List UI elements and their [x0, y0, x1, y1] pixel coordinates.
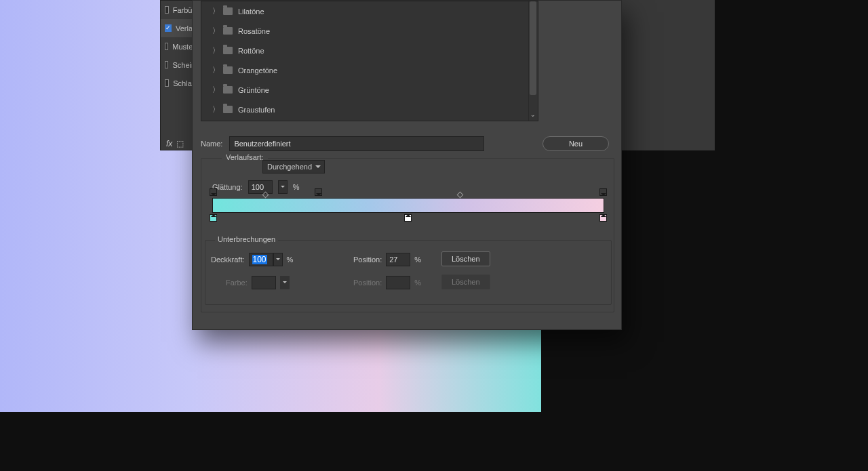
color-label: Farbe: [226, 279, 248, 287]
fx-icon[interactable]: fx⬚ [166, 139, 184, 148]
color-stop[interactable] [404, 214, 412, 222]
chevron-right-icon: 〉 [212, 65, 218, 75]
position-label: Position: [353, 279, 382, 287]
new-button[interactable]: Neu [542, 136, 609, 151]
preset-folder[interactable]: 〉Orangetöne [201, 60, 538, 80]
stops-legend: Unterbrechungen [215, 235, 278, 243]
folder-icon [223, 66, 233, 74]
percent-label: % [414, 255, 421, 264]
chevron-down-icon[interactable]: ⌄ [530, 111, 536, 118]
percent-label: % [414, 279, 421, 287]
color-stop[interactable] [599, 214, 607, 222]
color-swatch[interactable] [252, 276, 276, 289]
opacity-dropdown[interactable] [273, 253, 283, 266]
midpoint-handle[interactable] [457, 192, 464, 199]
gradient-name-input[interactable] [229, 136, 484, 151]
preset-folder[interactable]: 〉Graustufen [201, 100, 538, 119]
chevron-right-icon: 〉 [212, 6, 218, 16]
opacity-stop[interactable] [210, 188, 217, 196]
opacity-position-input[interactable] [386, 253, 410, 266]
smoothness-dropdown[interactable] [278, 180, 288, 194]
opacity-input[interactable]: 100 [249, 253, 273, 266]
preset-folder[interactable]: 〉Rosatöne [201, 21, 538, 41]
gradient-presets-list[interactable]: 〉Lilatöne 〉Rosatöne 〉Rottöne 〉Orangetöne… [201, 1, 538, 121]
delete-opacity-stop-button[interactable]: Löschen [441, 251, 490, 266]
percent-label: % [293, 183, 300, 191]
gradient-type-select[interactable]: Durchgehend [262, 160, 325, 173]
delete-color-stop-button[interactable]: Löschen [441, 274, 490, 289]
opacity-label: Deckkraft: [211, 255, 245, 264]
preset-folder[interactable]: 〉Lilatöne [201, 1, 538, 21]
gradient-bar[interactable] [212, 198, 604, 213]
folder-icon [223, 47, 233, 54]
color-stop[interactable] [210, 214, 217, 222]
folder-icon [223, 86, 233, 94]
opacity-stop[interactable] [315, 188, 322, 196]
folder-icon [223, 27, 233, 35]
folder-icon [223, 7, 233, 15]
name-label: Name: [201, 140, 222, 148]
folder-icon [223, 106, 233, 113]
checkbox[interactable] [165, 43, 168, 50]
gradient-editor-dialog: 〉Lilatöne 〉Rosatöne 〉Rottöne 〉Orangetöne… [192, 0, 622, 330]
checkbox[interactable] [165, 79, 169, 87]
gradient-bar-area [203, 198, 613, 213]
preset-folder[interactable]: 〉Grüntöne [201, 80, 538, 100]
position-label: Position: [353, 255, 382, 264]
gradient-type-section: Verlaufsart: Durchgehend Glättung: % Unt… [201, 158, 614, 312]
chevron-right-icon: 〉 [212, 26, 218, 36]
chevron-right-icon: 〉 [212, 85, 218, 95]
smoothness-input[interactable] [248, 180, 273, 194]
percent-label: % [287, 255, 294, 264]
checkbox[interactable] [165, 61, 168, 68]
checkbox[interactable] [165, 6, 169, 14]
scrollbar-thumb[interactable] [530, 1, 536, 95]
color-position-input[interactable] [386, 276, 410, 289]
chevron-right-icon: 〉 [212, 104, 218, 115]
preset-folder[interactable]: 〉Rottöne [201, 41, 538, 60]
gradient-type-label: Verlaufsart: [222, 153, 268, 161]
color-dropdown[interactable] [280, 276, 290, 289]
stops-section: Unterbrechungen Deckkraft: 100 % Positio… [205, 240, 612, 305]
checkbox[interactable] [165, 24, 172, 32]
chevron-right-icon: 〉 [212, 45, 218, 56]
opacity-stop[interactable] [599, 188, 607, 196]
scrollbar[interactable]: ⌄ [528, 1, 538, 121]
